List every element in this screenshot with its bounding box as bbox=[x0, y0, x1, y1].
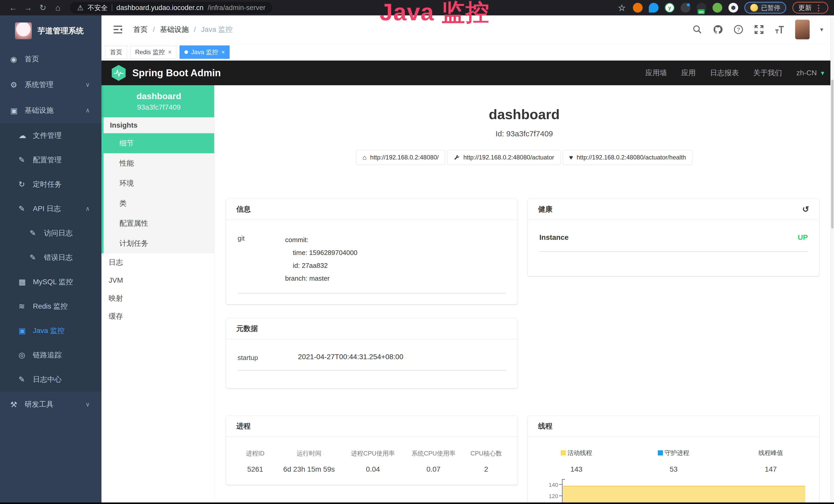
sba-item-jvm[interactable]: JVM bbox=[102, 271, 214, 289]
spring-boot-admin-logo[interactable] bbox=[111, 65, 126, 81]
extension-leaf-icon[interactable] bbox=[712, 3, 722, 13]
collapse-sidebar-icon[interactable] bbox=[112, 24, 124, 35]
sidebar-item-infra[interactable]: ▣ 基础设施 ∧ bbox=[0, 97, 102, 123]
sidebar-item-api-log[interactable]: ✎ API 日志 ∧ bbox=[0, 197, 102, 221]
sidebar-item-dev-tools[interactable]: ⚒ 研发工具 ∨ bbox=[0, 392, 102, 417]
instance-subtitle: Id: 93a3fc7f7409 bbox=[215, 130, 834, 138]
page-scrollbar[interactable] bbox=[830, 16, 834, 502]
scrollbar-thumb[interactable] bbox=[831, 79, 833, 229]
sidebar-item-error-log[interactable]: ✎ 错误日志 bbox=[0, 245, 102, 270]
tab-redis-monitor[interactable]: Redis 监控 × bbox=[130, 45, 176, 59]
sba-nav-wallboard[interactable]: 应用墙 bbox=[645, 68, 667, 78]
extension-pin-icon[interactable] bbox=[649, 3, 659, 13]
sba-item-classes[interactable]: 类 bbox=[104, 193, 214, 213]
emoji-icon bbox=[750, 4, 758, 12]
sba-item-mappings[interactable]: 映射 bbox=[102, 289, 214, 307]
sidebar-item-log-center[interactable]: ✎ 日志中心 bbox=[0, 367, 102, 392]
live-threads-value: 143 bbox=[528, 465, 625, 474]
sidebar-item-home[interactable]: ◉ 首页 bbox=[0, 46, 102, 72]
app-logo bbox=[15, 22, 32, 39]
instance-header[interactable]: dashboard 93a3fc7f7409 bbox=[102, 85, 214, 117]
sidebar-item-scheduled-jobs[interactable]: ↻ 定时任务 bbox=[0, 172, 102, 197]
sidebar-item-tracing[interactable]: ◎ 链路追踪 bbox=[0, 343, 102, 367]
sidebar-item-system[interactable]: ⚙ 系统管理 ∨ bbox=[0, 72, 102, 97]
sba-nav-about[interactable]: 关于我们 bbox=[753, 68, 782, 78]
app-logo-row[interactable]: 芋道管理系统 bbox=[0, 16, 102, 46]
sba-nav-applications[interactable]: 应用 bbox=[681, 68, 696, 78]
font-size-icon[interactable] bbox=[774, 24, 785, 35]
val-cpus: 2 bbox=[464, 465, 509, 474]
sba-language-select[interactable]: zh-CN bbox=[796, 69, 817, 77]
threads-card-title: 线程 bbox=[538, 421, 552, 431]
language-caret-icon[interactable]: ▾ bbox=[821, 69, 824, 77]
address-bar[interactable]: ⚠ 不安全 dashboard.yudao.iocoder.cn /infra/… bbox=[70, 2, 272, 14]
close-icon[interactable]: × bbox=[221, 48, 225, 56]
fullscreen-icon[interactable] bbox=[754, 24, 764, 35]
tab-java-monitor[interactable]: Java 监控 × bbox=[179, 45, 229, 59]
reload-icon[interactable]: ↻ bbox=[36, 0, 50, 16]
page-annotation: Java 监控 bbox=[380, 0, 489, 28]
update-button[interactable]: 更新 ⋮ bbox=[792, 2, 828, 14]
service-url-button[interactable]: ⌂ http://192.168.0.2:48080/ bbox=[356, 150, 445, 165]
threads-card: 线程 活动线程 143 守护进程 bbox=[528, 416, 819, 502]
sba-item-logs[interactable]: 日志 bbox=[102, 253, 214, 271]
sba-brand-title[interactable]: Spring Boot Admin bbox=[132, 68, 221, 78]
help-icon[interactable]: ? bbox=[733, 24, 744, 35]
metadata-card-title: 元数据 bbox=[236, 324, 258, 334]
sidebar-item-file-manage[interactable]: ☁ 文件管理 bbox=[0, 123, 102, 147]
back-icon[interactable]: ← bbox=[6, 0, 21, 16]
health-instance-row[interactable]: Instance UP bbox=[540, 233, 808, 252]
eye-icon: ◎ bbox=[19, 350, 33, 360]
github-icon[interactable] bbox=[713, 24, 723, 35]
user-menu-caret-icon[interactable]: ▾ bbox=[820, 26, 823, 33]
startup-row: startup 2021-04-27T00:44:31.254+08:00 bbox=[238, 353, 506, 370]
search-icon[interactable] bbox=[692, 24, 702, 35]
sba-item-caches[interactable]: 缓存 bbox=[102, 307, 214, 325]
extension-orange-icon[interactable] bbox=[633, 3, 643, 13]
col-sys-cpu: 系统CPU使用率 bbox=[403, 449, 464, 458]
sidebar-item-mysql-monitor[interactable]: ▦ MySQL 监控 bbox=[0, 270, 102, 294]
browser-menu-icon[interactable]: ⋮ bbox=[815, 3, 822, 12]
extension-on-icon[interactable]: on bbox=[697, 3, 706, 13]
sba-item-metrics[interactable]: 性能 bbox=[104, 153, 214, 173]
val-uptime: 6d 23h 15m 59s bbox=[275, 465, 343, 474]
sba-item-config-props[interactable]: 配置属性 bbox=[104, 213, 214, 233]
sba-item-environment[interactable]: 环境 bbox=[104, 173, 214, 193]
sidebar-item-access-log[interactable]: ✎ 访问日志 bbox=[0, 221, 102, 245]
home-icon[interactable]: ⌂ bbox=[50, 0, 65, 16]
sidebar-item-redis-monitor[interactable]: ≋ Redis 监控 bbox=[0, 294, 102, 318]
info-card: 信息 git commit: time: 1596289704000 id: 2… bbox=[226, 199, 518, 304]
health-url-button[interactable]: ♥ http://192.168.0.2:48080/actuator/heal… bbox=[563, 150, 693, 165]
gear-icon: ⚙ bbox=[10, 81, 25, 89]
log-icon: ✎ bbox=[29, 229, 44, 237]
extension-y-icon[interactable]: y bbox=[665, 3, 675, 13]
breadcrumb-infra[interactable]: 基础设施 bbox=[160, 25, 189, 35]
log-icon: ✎ bbox=[19, 375, 33, 384]
paused-badge[interactable]: 已暂停 bbox=[744, 2, 786, 14]
status-badge: UP bbox=[798, 233, 808, 242]
monitor-icon: ▣ bbox=[10, 106, 25, 115]
close-icon[interactable]: × bbox=[168, 48, 172, 56]
bookmark-star-icon[interactable]: ☆ bbox=[617, 3, 627, 13]
col-pid: 进程ID bbox=[235, 449, 275, 458]
sba-nav-journal[interactable]: 日志报表 bbox=[710, 68, 739, 78]
url-divider bbox=[112, 4, 112, 11]
sidebar-item-java-monitor[interactable]: ▣ Java 监控 bbox=[0, 318, 102, 343]
health-history-icon[interactable]: ↺ bbox=[802, 204, 809, 214]
avatar[interactable] bbox=[795, 20, 810, 40]
sidebar-item-config-manage[interactable]: ✎ 配置管理 bbox=[0, 147, 102, 172]
tab-home[interactable]: 首页 bbox=[105, 45, 127, 59]
active-tab-dot bbox=[184, 50, 188, 54]
forward-icon[interactable]: → bbox=[21, 0, 36, 16]
extension-grid-icon[interactable] bbox=[681, 3, 690, 13]
extensions-puzzle-icon[interactable]: ⬢ bbox=[728, 3, 738, 13]
not-secure-label[interactable]: 不安全 bbox=[88, 3, 108, 12]
sba-item-scheduled-tasks[interactable]: 计划任务 bbox=[104, 233, 214, 253]
breadcrumb-home[interactable]: 首页 bbox=[133, 25, 148, 35]
log-icon: ✎ bbox=[19, 204, 33, 213]
ytick-120: 120 bbox=[540, 493, 558, 500]
daemon-threads-value: 53 bbox=[625, 465, 722, 474]
sba-item-details[interactable]: 细节 bbox=[104, 133, 214, 153]
briefcase-icon: ⚒ bbox=[10, 400, 25, 409]
actuator-url-button[interactable]: http://192.168.0.2:48080/actuator bbox=[447, 150, 561, 165]
